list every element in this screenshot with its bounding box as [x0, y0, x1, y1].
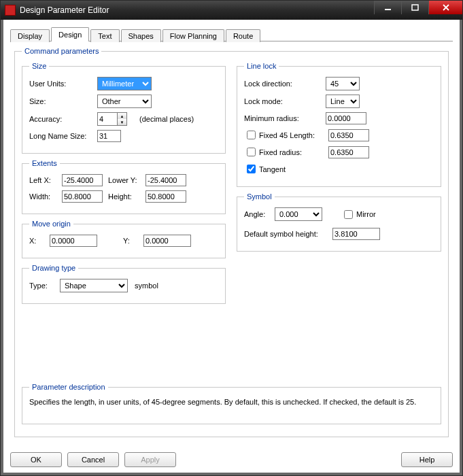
- legend-drawing-type: Drawing type: [29, 264, 78, 272]
- maximize-button[interactable]: [401, 1, 428, 14]
- minimize-button[interactable]: [374, 1, 401, 14]
- left-column: Size User Units: Millimeter Size: Ot: [22, 62, 226, 383]
- ok-button[interactable]: OK: [10, 452, 62, 467]
- group-command-parameters: Command parameters Size User Units: Mill…: [14, 47, 449, 437]
- group-line-lock: Line lock Lock direction: 45 Lock mode:: [237, 62, 441, 187]
- legend-size: Size: [29, 62, 49, 70]
- mirror-label: Mirror: [356, 210, 376, 218]
- leftx-label: Left X:: [29, 176, 62, 184]
- tab-strip: Display Design Text Shapes Flow Planning…: [10, 27, 453, 41]
- size-select[interactable]: Other: [97, 95, 152, 108]
- group-parameter-description: Parameter description Specifies the leng…: [22, 383, 441, 424]
- legend-command-parameters: Command parameters: [22, 47, 101, 55]
- legend-extents: Extents: [29, 159, 60, 167]
- user-units-label: User Units:: [29, 80, 97, 88]
- legend-parameter-description: Parameter description: [29, 383, 108, 391]
- lock-mode-label: Lock mode:: [244, 97, 326, 105]
- app-icon: [5, 5, 16, 16]
- movex-label: X:: [29, 237, 50, 245]
- angle-select[interactable]: 0.000: [275, 207, 322, 221]
- lock-mode-select[interactable]: Line: [326, 95, 360, 108]
- svg-rect-1: [412, 5, 418, 10]
- min-radius-label: Minimum radius:: [244, 114, 326, 122]
- spinner-down-icon[interactable]: ▼: [118, 119, 126, 125]
- type-suffix: symbol: [135, 282, 158, 290]
- help-button[interactable]: Help: [401, 452, 453, 467]
- fixed-radius-input[interactable]: [328, 146, 369, 158]
- min-radius-input[interactable]: [326, 112, 366, 124]
- window-title: Design Parameter Editor: [20, 5, 374, 15]
- window-buttons: [374, 1, 462, 20]
- size-label: Size:: [29, 97, 97, 105]
- lock-direction-label: Lock direction:: [244, 80, 326, 88]
- tangent-checkbox[interactable]: [247, 165, 256, 173]
- minimize-icon: [384, 4, 392, 11]
- angle-label: Angle:: [244, 210, 275, 218]
- height-label: Height:: [108, 192, 145, 201]
- tab-display[interactable]: Display: [10, 29, 50, 42]
- type-select[interactable]: Shape: [60, 279, 128, 292]
- maximize-icon: [411, 4, 419, 11]
- tab-route[interactable]: Route: [226, 29, 260, 42]
- default-height-input[interactable]: [332, 228, 380, 240]
- group-extents: Extents Left X: Lower Y: Width: He: [22, 159, 226, 214]
- accuracy-suffix: (decimal places): [139, 115, 194, 123]
- user-units-select[interactable]: Millimeter: [97, 77, 152, 90]
- long-name-input[interactable]: [97, 130, 121, 142]
- legend-move-origin: Move origin: [29, 220, 73, 228]
- width-input[interactable]: [62, 190, 103, 203]
- close-button[interactable]: [428, 1, 462, 14]
- button-bar: OK Cancel Apply Help: [10, 452, 453, 467]
- group-move-origin: Move origin X: Y:: [22, 220, 226, 258]
- client-area: Display Design Text Shapes Flow Planning…: [1, 20, 462, 475]
- fixed-radius-checkbox[interactable]: [247, 148, 256, 156]
- spinner-arrows[interactable]: ▲ ▼: [117, 113, 126, 125]
- movey-input[interactable]: [143, 235, 191, 247]
- spinner-up-icon[interactable]: ▲: [118, 113, 126, 119]
- accuracy-label: Accuracy:: [29, 115, 97, 123]
- long-name-label: Long Name Size:: [29, 132, 97, 140]
- width-label: Width:: [29, 192, 62, 201]
- group-size: Size User Units: Millimeter Size: Ot: [22, 62, 226, 154]
- tab-design[interactable]: Design: [51, 27, 89, 41]
- accuracy-input[interactable]: [98, 113, 117, 125]
- description-text: Specifies the length, in user units, of …: [29, 398, 434, 417]
- tab-text[interactable]: Text: [90, 29, 119, 42]
- accuracy-spinner[interactable]: ▲ ▼: [97, 112, 127, 126]
- right-column: Line lock Lock direction: 45 Lock mode:: [237, 62, 441, 383]
- lock-direction-select[interactable]: 45: [326, 77, 360, 90]
- legend-line-lock: Line lock: [244, 62, 279, 70]
- lowery-input[interactable]: [145, 174, 186, 186]
- leftx-input[interactable]: [62, 174, 103, 186]
- svg-rect-0: [385, 9, 391, 10]
- titlebar: Design Parameter Editor: [1, 1, 462, 20]
- height-input[interactable]: [145, 190, 186, 203]
- tab-pane-design: Command parameters Size User Units: Mill…: [10, 41, 453, 447]
- fixed45-input[interactable]: [328, 129, 369, 141]
- movey-label: Y:: [123, 237, 143, 245]
- tab-shapes[interactable]: Shapes: [121, 29, 161, 42]
- close-icon: [442, 4, 450, 11]
- type-label: Type:: [29, 282, 60, 290]
- cancel-button[interactable]: Cancel: [67, 452, 119, 467]
- tangent-label: Tangent: [259, 165, 286, 173]
- columns: Size User Units: Millimeter Size: Ot: [22, 62, 441, 383]
- fixed45-label: Fixed 45 Length:: [259, 131, 328, 139]
- fixed-radius-label: Fixed radius:: [259, 148, 328, 156]
- legend-symbol: Symbol: [244, 192, 275, 201]
- group-drawing-type: Drawing type Type: Shape symbol: [22, 264, 226, 304]
- mirror-checkbox[interactable]: [344, 210, 353, 219]
- apply-button[interactable]: Apply: [124, 452, 176, 467]
- default-height-label: Default symbol height:: [244, 230, 332, 238]
- fixed45-checkbox[interactable]: [247, 131, 256, 139]
- lowery-label: Lower Y:: [108, 176, 145, 184]
- button-spacer: [182, 452, 396, 467]
- window: Design Parameter Editor Display Design T…: [0, 0, 463, 476]
- movex-input[interactable]: [50, 235, 97, 247]
- tab-flow-planning[interactable]: Flow Planning: [162, 29, 224, 42]
- group-symbol: Symbol Angle: 0.000 Mirror: [237, 192, 441, 252]
